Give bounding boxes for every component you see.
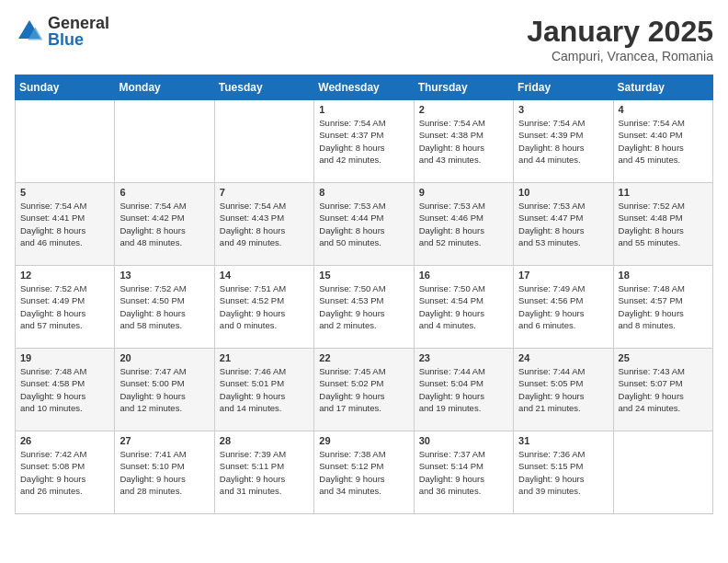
day-info: Sunrise: 7:54 AM Sunset: 4:41 PM Dayligh… [20,200,109,248]
calendar-cell: 3Sunrise: 7:54 AM Sunset: 4:39 PM Daylig… [514,100,613,183]
day-header-friday: Friday [514,75,613,100]
calendar-cell: 12Sunrise: 7:52 AM Sunset: 4:49 PM Dayli… [16,266,115,349]
day-info: Sunrise: 7:42 AM Sunset: 5:08 PM Dayligh… [20,448,109,497]
day-header-sunday: Sunday [16,75,115,100]
logo: General Blue [15,15,109,48]
day-header-saturday: Saturday [613,75,712,100]
day-info: Sunrise: 7:54 AM Sunset: 4:39 PM Dayligh… [518,117,608,166]
calendar-cell: 20Sunrise: 7:47 AM Sunset: 5:00 PM Dayli… [115,349,214,431]
location: Campuri, Vrancea, Romania [527,49,713,63]
calendar-week-4: 26Sunrise: 7:42 AM Sunset: 5:08 PM Dayli… [16,431,713,514]
calendar-cell: 29Sunrise: 7:38 AM Sunset: 5:12 PM Dayli… [314,431,414,514]
calendar: SundayMondayTuesdayWednesdayThursdayFrid… [15,75,713,514]
day-number: 7 [220,187,309,198]
day-info: Sunrise: 7:54 AM Sunset: 4:40 PM Dayligh… [619,117,708,166]
day-info: Sunrise: 7:38 AM Sunset: 5:12 PM Dayligh… [319,448,408,497]
calendar-cell: 22Sunrise: 7:45 AM Sunset: 5:02 PM Dayli… [314,349,414,431]
day-info: Sunrise: 7:41 AM Sunset: 5:10 PM Dayligh… [119,448,209,497]
day-number: 24 [518,352,608,363]
day-info: Sunrise: 7:46 AM Sunset: 5:01 PM Dayligh… [220,365,309,414]
calendar-cell: 27Sunrise: 7:41 AM Sunset: 5:10 PM Dayli… [115,431,214,514]
calendar-cell: 9Sunrise: 7:53 AM Sunset: 4:46 PM Daylig… [414,183,513,266]
calendar-cell: 21Sunrise: 7:46 AM Sunset: 5:01 PM Dayli… [214,349,313,431]
day-number: 4 [619,104,708,115]
day-info: Sunrise: 7:54 AM Sunset: 4:38 PM Dayligh… [419,117,508,166]
day-number: 6 [119,187,209,198]
calendar-cell: 17Sunrise: 7:49 AM Sunset: 4:56 PM Dayli… [514,266,613,349]
day-number: 11 [619,187,708,198]
calendar-cell: 15Sunrise: 7:50 AM Sunset: 4:53 PM Dayli… [314,266,414,349]
day-number: 8 [319,187,408,198]
calendar-week-3: 19Sunrise: 7:48 AM Sunset: 4:58 PM Dayli… [16,349,713,431]
calendar-cell: 24Sunrise: 7:44 AM Sunset: 5:05 PM Dayli… [514,349,613,431]
day-header-tuesday: Tuesday [214,75,313,100]
calendar-week-0: 1Sunrise: 7:54 AM Sunset: 4:37 PM Daylig… [16,100,713,183]
day-number: 17 [518,270,608,281]
title-block: January 2025 Campuri, Vrancea, Romania [527,15,713,63]
calendar-cell: 28Sunrise: 7:39 AM Sunset: 5:11 PM Dayli… [214,431,313,514]
day-info: Sunrise: 7:51 AM Sunset: 4:52 PM Dayligh… [220,282,309,331]
calendar-cell: 31Sunrise: 7:36 AM Sunset: 5:15 PM Dayli… [514,431,613,514]
calendar-cell [115,100,214,183]
calendar-body: 1Sunrise: 7:54 AM Sunset: 4:37 PM Daylig… [16,100,713,514]
day-number: 19 [20,352,109,363]
day-number: 29 [319,435,408,446]
calendar-cell: 11Sunrise: 7:52 AM Sunset: 4:48 PM Dayli… [613,183,712,266]
page-header: General Blue January 2025 Campuri, Vranc… [15,15,713,63]
calendar-cell: 1Sunrise: 7:54 AM Sunset: 4:37 PM Daylig… [314,100,414,183]
day-number: 25 [619,352,708,363]
day-header-monday: Monday [115,75,214,100]
calendar-cell [214,100,313,183]
day-info: Sunrise: 7:54 AM Sunset: 4:42 PM Dayligh… [119,200,209,248]
day-number: 5 [20,187,109,198]
logo-text: General Blue [48,15,109,48]
calendar-cell: 19Sunrise: 7:48 AM Sunset: 4:58 PM Dayli… [16,349,115,431]
day-info: Sunrise: 7:50 AM Sunset: 4:54 PM Dayligh… [419,282,508,331]
calendar-cell: 7Sunrise: 7:54 AM Sunset: 4:43 PM Daylig… [214,183,313,266]
calendar-cell: 23Sunrise: 7:44 AM Sunset: 5:04 PM Dayli… [414,349,513,431]
day-info: Sunrise: 7:48 AM Sunset: 4:58 PM Dayligh… [20,365,109,414]
day-number: 9 [419,187,508,198]
calendar-cell: 16Sunrise: 7:50 AM Sunset: 4:54 PM Dayli… [414,266,513,349]
day-info: Sunrise: 7:45 AM Sunset: 5:02 PM Dayligh… [319,365,408,414]
calendar-cell: 5Sunrise: 7:54 AM Sunset: 4:41 PM Daylig… [16,183,115,266]
day-info: Sunrise: 7:44 AM Sunset: 5:05 PM Dayligh… [518,365,608,414]
day-number: 30 [419,435,508,446]
logo-general: General [48,15,109,31]
day-number: 10 [518,187,608,198]
day-info: Sunrise: 7:37 AM Sunset: 5:14 PM Dayligh… [419,448,508,497]
day-number: 20 [119,352,209,363]
day-info: Sunrise: 7:47 AM Sunset: 5:00 PM Dayligh… [119,365,209,414]
day-number: 28 [220,435,309,446]
day-info: Sunrise: 7:36 AM Sunset: 5:15 PM Dayligh… [518,448,608,497]
day-number: 13 [119,270,209,281]
day-number: 16 [419,270,508,281]
day-number: 22 [319,352,408,363]
day-number: 18 [619,270,708,281]
day-number: 2 [419,104,508,115]
day-header-wednesday: Wednesday [314,75,414,100]
calendar-cell: 4Sunrise: 7:54 AM Sunset: 4:40 PM Daylig… [613,100,712,183]
calendar-cell [16,100,115,183]
calendar-cell: 14Sunrise: 7:51 AM Sunset: 4:52 PM Dayli… [214,266,313,349]
calendar-cell: 18Sunrise: 7:48 AM Sunset: 4:57 PM Dayli… [613,266,712,349]
day-info: Sunrise: 7:50 AM Sunset: 4:53 PM Dayligh… [319,282,408,331]
day-info: Sunrise: 7:48 AM Sunset: 4:57 PM Dayligh… [619,282,708,331]
day-info: Sunrise: 7:53 AM Sunset: 4:44 PM Dayligh… [319,200,408,248]
day-info: Sunrise: 7:53 AM Sunset: 4:46 PM Dayligh… [419,200,508,248]
calendar-cell: 6Sunrise: 7:54 AM Sunset: 4:42 PM Daylig… [115,183,214,266]
day-number: 12 [20,270,109,281]
day-info: Sunrise: 7:54 AM Sunset: 4:37 PM Dayligh… [319,117,408,166]
day-number: 26 [20,435,109,446]
calendar-cell: 8Sunrise: 7:53 AM Sunset: 4:44 PM Daylig… [314,183,414,266]
day-info: Sunrise: 7:44 AM Sunset: 5:04 PM Dayligh… [419,365,508,414]
day-info: Sunrise: 7:54 AM Sunset: 4:43 PM Dayligh… [220,200,309,248]
calendar-cell: 25Sunrise: 7:43 AM Sunset: 5:07 PM Dayli… [613,349,712,431]
calendar-week-2: 12Sunrise: 7:52 AM Sunset: 4:49 PM Dayli… [16,266,713,349]
calendar-cell: 13Sunrise: 7:52 AM Sunset: 4:50 PM Dayli… [115,266,214,349]
day-number: 1 [319,104,408,115]
day-info: Sunrise: 7:39 AM Sunset: 5:11 PM Dayligh… [220,448,309,497]
day-info: Sunrise: 7:43 AM Sunset: 5:07 PM Dayligh… [619,365,708,414]
calendar-cell [613,431,712,514]
calendar-cell: 30Sunrise: 7:37 AM Sunset: 5:14 PM Dayli… [414,431,513,514]
